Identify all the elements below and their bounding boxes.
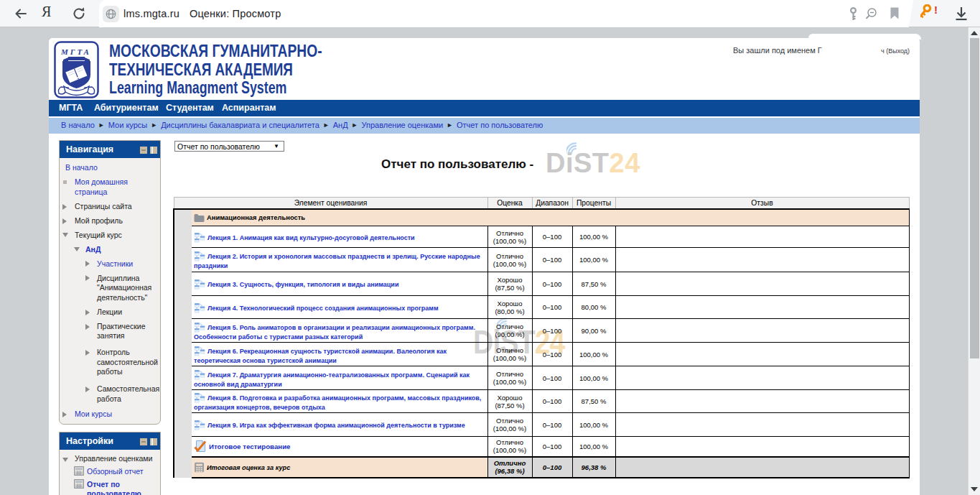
svg-text:!: ! — [934, 4, 938, 16]
svg-text:МГТА: МГТА — [60, 47, 91, 56]
